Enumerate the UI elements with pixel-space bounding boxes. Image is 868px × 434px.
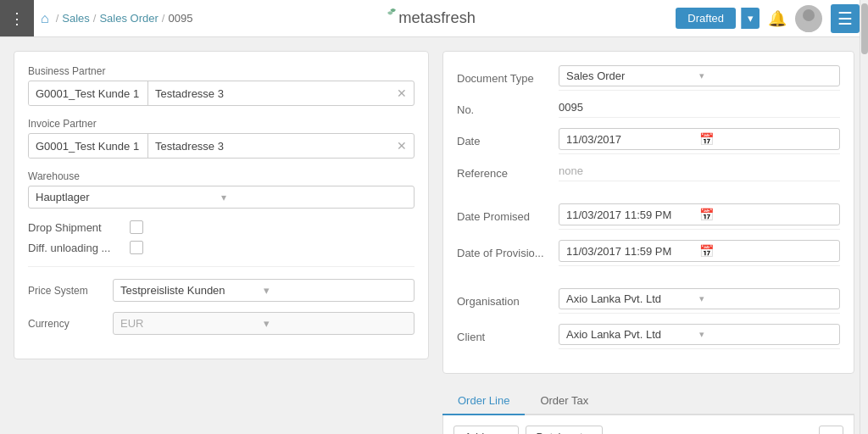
business-partner-field2[interactable] [148,82,390,105]
breadcrumb-sep1: / [56,12,59,25]
date-text: 11/03/2017 [566,133,699,146]
warehouse-value: Hauptlager [36,191,221,203]
date-provision-value-container[interactable]: 11/03/2017 11:59 PM 📅 [559,240,840,266]
batch-entry-button[interactable]: Batch entry [526,426,604,434]
client-value-container[interactable]: Axio Lanka Pvt. Ltd ▾ [559,324,840,349]
currency-select[interactable]: EUR ▾ [113,312,415,335]
organisation-label: Organisation [457,295,559,308]
organisation-value-container[interactable]: Axio Lanka Pvt. Ltd ▾ [559,288,840,314]
left-panel: Business Partner ✕ Invoice Partner ✕ War… [14,51,429,359]
tabs-body: Add new Batch entry ⤢ [442,415,854,434]
price-system-row: Price System Testpreisliste Kunden ▾ [28,279,415,302]
date-provision-picker[interactable]: 11/03/2017 11:59 PM 📅 [559,240,840,262]
no-label: No. [457,103,559,116]
document-type-value[interactable]: Sales Order ▾ [559,65,840,91]
breadcrumb-sales-order[interactable]: Sales Order [99,12,158,25]
invoice-partner-field1[interactable] [29,135,147,158]
document-type-caret-icon: ▾ [699,70,832,81]
svg-text:metasfresh: metasfresh [398,8,476,26]
document-type-label: Document Type [457,72,559,85]
invoice-partner-group: Invoice Partner ✕ [28,118,415,159]
warehouse-caret-icon: ▾ [221,192,407,203]
tab-order-tax[interactable]: Order Tax [525,387,604,415]
breadcrumb-sep3: / [162,12,165,25]
hamburger-icon[interactable]: ☰ [831,4,860,33]
status-caret-button[interactable]: ▾ [741,8,760,29]
business-partner-field1[interactable] [29,82,147,105]
status-button[interactable]: Drafted [676,8,736,29]
document-type-row: Document Type Sales Order ▾ [457,65,840,91]
warehouse-select[interactable]: Hauptlager ▾ [28,186,415,209]
right-panel: Document Type Sales Order ▾ No. Date [442,51,854,434]
warehouse-group: Warehouse Hauptlager ▾ [28,170,415,209]
gap1 [457,192,840,203]
price-system-label: Price System [28,285,104,297]
currency-caret-icon: ▾ [264,317,407,330]
gap2 [457,276,840,288]
reference-row: Reference [457,164,840,181]
svg-point-2 [798,22,819,32]
diff-unloading-label: Diff. unloading ... [28,242,121,254]
tabs-section: Order Line Order Tax Add new Batch entry… [442,387,854,434]
reference-value-container [559,164,840,181]
drop-shipment-checkbox[interactable] [130,220,143,234]
invoice-partner-label: Invoice Partner [28,118,415,130]
business-partner-input[interactable]: ✕ [28,81,415,106]
scrollbar[interactable] [860,0,868,434]
date-picker[interactable]: 11/03/2017 📅 [559,128,840,150]
client-select[interactable]: Axio Lanka Pvt. Ltd ▾ [559,324,840,345]
date-calendar-icon[interactable]: 📅 [699,132,832,146]
breadcrumb-sales[interactable]: Sales [62,12,90,25]
menu-dots-icon[interactable]: ⋮ [9,9,25,28]
date-promised-row: Date Promised 11/03/2017 11:59 PM 📅 [457,203,840,230]
client-row: Client Axio Lanka Pvt. Ltd ▾ [457,324,840,349]
bell-icon[interactable]: 🔔 [768,9,787,28]
expand-icon: ⤢ [826,431,836,434]
no-value-container [559,101,840,118]
business-partner-group: Business Partner ✕ [28,65,415,106]
invoice-partner-clear-icon[interactable]: ✕ [390,139,414,153]
no-field[interactable] [559,101,840,114]
date-promised-picker[interactable]: 11/03/2017 11:59 PM 📅 [559,203,840,225]
expand-button[interactable]: ⤢ [819,426,843,434]
date-value-container[interactable]: 11/03/2017 📅 [559,128,840,154]
breadcrumb-sep2: / [93,12,97,25]
client-label: Client [457,331,559,343]
client-text: Axio Lanka Pvt. Ltd [566,328,699,341]
warehouse-label: Warehouse [28,170,415,182]
add-new-button[interactable]: Add new [453,426,519,434]
business-partner-label: Business Partner [28,65,415,77]
breadcrumb-order-number: 0095 [168,12,192,25]
organisation-select[interactable]: Axio Lanka Pvt. Ltd ▾ [559,288,840,309]
svg-point-1 [803,9,815,21]
currency-label: Currency [28,318,104,330]
invoice-partner-input[interactable]: ✕ [28,133,415,159]
home-icon[interactable]: ⌂ [41,11,49,26]
date-promised-calendar-icon[interactable]: 📅 [699,208,832,221]
diff-unloading-row: Diff. unloading ... [28,241,415,254]
price-system-select[interactable]: Testpreisliste Kunden ▾ [113,279,415,302]
tab-order-line[interactable]: Order Line [442,387,525,415]
topbar-menu-area: ⋮ [0,0,34,36]
date-provision-calendar-icon[interactable]: 📅 [699,244,832,258]
invoice-partner-field2[interactable] [148,135,390,158]
currency-row: Currency EUR ▾ [28,312,415,335]
breadcrumb: / Sales / Sales Order / 0095 [56,12,670,25]
scrollbar-thumb[interactable] [861,3,868,54]
date-promised-value-container[interactable]: 11/03/2017 11:59 PM 📅 [559,203,840,230]
date-promised-label: Date Promised [457,210,559,223]
business-partner-clear-icon[interactable]: ✕ [390,86,414,100]
avatar[interactable] [795,5,822,32]
date-provision-label: Date of Provisio... [457,247,559,259]
client-caret-icon: ▾ [699,329,832,340]
diff-unloading-checkbox[interactable] [130,241,143,254]
tabs-header: Order Line Order Tax [442,387,854,415]
date-promised-text: 11/03/2017 11:59 PM [566,209,699,221]
document-type-select[interactable]: Sales Order ▾ [559,65,840,86]
main-content: Business Partner ✕ Invoice Partner ✕ War… [0,37,868,434]
reference-field[interactable] [559,164,840,177]
currency-value: EUR [120,317,264,330]
date-provision-row: Date of Provisio... 11/03/2017 11:59 PM … [457,240,840,266]
organisation-text: Axio Lanka Pvt. Ltd [566,292,699,305]
no-row: No. [457,101,840,118]
